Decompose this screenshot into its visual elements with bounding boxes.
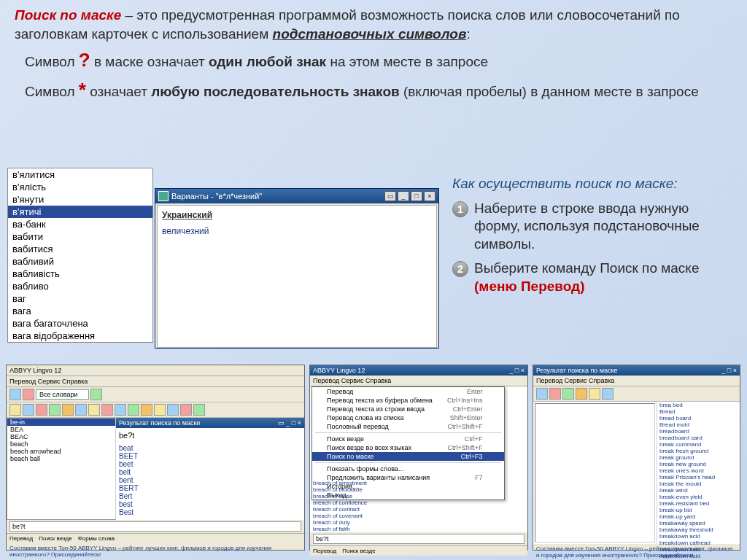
list-item[interactable]: breakaway threshold <box>657 526 740 533</box>
list-item[interactable]: break wind <box>657 487 740 494</box>
list-item[interactable]: Bread <box>657 408 740 415</box>
list-item[interactable]: breakdown acid <box>657 533 740 540</box>
list-item[interactable]: BEAC <box>7 433 115 440</box>
result-item[interactable]: best <box>119 500 301 508</box>
result-item[interactable]: BERT <box>119 484 301 492</box>
list-item[interactable]: вабити <box>8 230 152 243</box>
list-item[interactable]: breach of close <box>313 493 525 499</box>
list-item[interactable]: breakaway speed <box>657 520 740 526</box>
list-item[interactable]: break ground <box>657 454 740 461</box>
statusbar[interactable]: Перевод Поиск везде <box>310 545 527 556</box>
list-item[interactable]: breach of faith <box>313 526 525 532</box>
list-item[interactable]: break-up yard <box>657 513 740 520</box>
toolbar-dicts[interactable] <box>7 402 304 418</box>
go-icon[interactable] <box>90 389 102 400</box>
list-item[interactable]: bread board <box>657 415 740 421</box>
list-item[interactable]: breadboard card <box>657 435 740 441</box>
left-pane[interactable] <box>533 402 657 544</box>
list-item[interactable]: вабитися <box>8 243 152 255</box>
menu-item[interactable]: ПереводEnter <box>312 387 504 396</box>
list-item[interactable]: brea bed <box>657 402 740 408</box>
list-item[interactable]: вага відображення <box>8 330 152 342</box>
mask-results-list[interactable]: beatBEETbeetbeltbentBERTBertbestBest <box>119 444 301 516</box>
list-item[interactable]: вага <box>8 305 152 317</box>
list-item[interactable]: break-even yield <box>657 494 740 500</box>
menu-item[interactable]: Перевод текста из строки вводаCtrl+Enter <box>312 405 504 413</box>
lang-ru-icon[interactable] <box>23 389 34 400</box>
result-item[interactable]: beat <box>119 444 301 452</box>
result-item[interactable]: Best <box>119 508 301 516</box>
pin-button[interactable]: ▭ <box>384 191 396 201</box>
list-item[interactable]: в'янути <box>8 193 152 206</box>
toolbar[interactable] <box>533 386 740 402</box>
list-item[interactable]: вабливість <box>8 268 152 280</box>
list-item[interactable]: в'ятичі <box>8 206 152 218</box>
list-item[interactable]: break the mould <box>657 481 740 487</box>
mask-result-title[interactable]: Результат поиска по маске ▭ _ □ × <box>116 418 304 428</box>
list-item[interactable]: break new ground <box>657 461 740 467</box>
list-item[interactable]: beach arrowhead <box>7 448 115 455</box>
list-item[interactable]: breach of arrestment <box>313 480 525 486</box>
wordlist-below-menu[interactable]: breach of arrestmentbreach of blockadebr… <box>313 480 525 532</box>
list-item[interactable]: breach of duty <box>313 519 525 526</box>
toolbar-lang[interactable]: Все словари <box>7 387 304 402</box>
status-translate[interactable]: Перевод <box>9 535 33 542</box>
wordlist-panel[interactable]: в'ялитисяв'ялістьв'янутив'ятичіва-банква… <box>7 168 153 343</box>
list-item[interactable]: breadboard <box>657 428 740 435</box>
list-item[interactable]: breach of confidence <box>313 499 525 506</box>
list-item[interactable]: break-resistant bed <box>657 500 740 507</box>
menu-bar[interactable]: Перевод Сервис Справка <box>310 376 527 386</box>
menu-item[interactable]: Поиск вездеCtrl+F <box>312 435 504 443</box>
mask-title[interactable]: Результат поиска по маске_ □ × <box>533 365 740 376</box>
list-item[interactable]: Bread mold <box>657 421 740 428</box>
lang-en-icon[interactable] <box>9 389 21 400</box>
menu-bar[interactable]: Перевод Сервис Справка <box>533 376 740 386</box>
list-item[interactable]: break fresh ground <box>657 448 740 454</box>
list-item[interactable]: в'ялитися <box>8 168 152 181</box>
list-item[interactable]: breach of covenant <box>313 513 525 519</box>
list-item[interactable]: break Priscian's head <box>657 474 740 481</box>
list-item[interactable]: beach ball <box>7 455 115 462</box>
window-titlebar[interactable]: Варианты - "в*л*чезний" ▭ _ □ × <box>155 189 438 203</box>
menu-bar[interactable]: Перевод Сервис Справка <box>7 376 304 387</box>
result-item[interactable]: beet <box>119 460 301 468</box>
list-item[interactable]: be-in <box>7 419 115 426</box>
status-forms[interactable]: Формы слова <box>78 535 115 542</box>
list-item[interactable]: break-up bid <box>657 507 740 513</box>
list-item[interactable]: break one's word <box>657 467 740 474</box>
statusbar[interactable]: Перевод Поиск везде Формы слова <box>7 533 304 543</box>
list-item[interactable]: breach of blockade <box>313 486 525 493</box>
menu-item[interactable]: Поиск везде во всех языкахCtrl+Shift+F <box>312 443 504 452</box>
result-item[interactable]: belt <box>119 468 301 476</box>
result-word[interactable]: величезний <box>162 226 432 236</box>
result-list[interactable]: brea bedBreadbread boardBread moldbreadb… <box>657 402 740 544</box>
menu-item[interactable]: Поиск по маскеCtrl+F3 <box>312 452 504 461</box>
list-item[interactable]: break command <box>657 441 740 448</box>
menu-item[interactable]: Показать формы слова... <box>312 464 504 473</box>
list-item[interactable]: ва-банк <box>8 218 152 230</box>
result-item[interactable]: Bert <box>119 492 301 500</box>
search-input[interactable] <box>9 521 301 532</box>
list-item[interactable]: breach of contract <box>313 506 525 513</box>
list-item[interactable]: ваг <box>8 292 152 305</box>
list-item[interactable]: в'ялість <box>8 181 152 193</box>
maximize-button[interactable]: □ <box>411 191 422 201</box>
result-item[interactable]: bent <box>119 476 301 484</box>
list-item[interactable]: вабливо <box>8 280 152 292</box>
list-item[interactable]: вага багаточлена <box>8 317 152 330</box>
result-item[interactable]: BEET <box>119 452 301 460</box>
close-icon[interactable]: ▭ _ □ × <box>278 419 301 427</box>
menu-item[interactable]: Перевод слова из спискаShift+Enter <box>312 413 504 422</box>
menu-item[interactable]: Пословный переводCtrl+Shift+F <box>312 422 504 431</box>
list-item[interactable]: beach <box>7 440 115 448</box>
app-titlebar[interactable]: ABBYY Lingvo 12_ □ × <box>310 365 527 376</box>
minimize-button[interactable]: _ <box>398 191 409 201</box>
close-button[interactable]: × <box>424 191 436 201</box>
menu-item[interactable]: Перевод текста из буфера обменаCtrl+Ins+… <box>312 396 504 405</box>
search-input[interactable] <box>313 534 525 544</box>
dictionary-dropdown[interactable]: Все словари <box>36 389 89 400</box>
list-item[interactable]: вабливий <box>8 255 152 268</box>
list-item[interactable]: BEA <box>7 426 115 433</box>
status-search[interactable]: Поиск везде <box>39 535 71 542</box>
wordlist-left[interactable]: be-inBEABEACbeachbeach arrowheadbeach ba… <box>7 418 116 520</box>
